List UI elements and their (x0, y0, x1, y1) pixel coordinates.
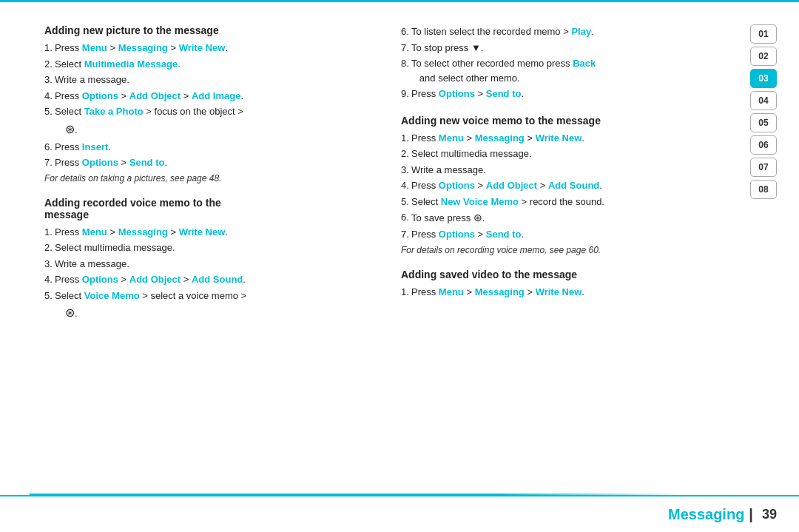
symbol-icon2: ⊛ (65, 306, 75, 319)
list-item: 3. Write a message. (401, 163, 721, 178)
section-heading-add-picture: Adding new picture to the message (44, 24, 364, 36)
note-pictures: For details on taking a pictures, see pa… (44, 173, 364, 183)
footer-section-label: Messaging (668, 506, 744, 523)
list-item: ⊛. (44, 304, 364, 322)
sidebar-item-02[interactable]: 02 (750, 47, 777, 66)
content-area: Adding new picture to the message 1. Pre… (0, 2, 799, 532)
send-to-link2[interactable]: Send to (486, 88, 522, 99)
list-item: 6. To listen select the recorded memo > … (401, 24, 721, 39)
list-item: 4. Press Options > Add Object > Add Soun… (44, 272, 364, 287)
sidebar: 01 02 03 04 05 06 07 08 (750, 24, 784, 517)
left-column: Adding new picture to the message 1. Pre… (44, 24, 371, 517)
footer-page-number: 39 (762, 507, 777, 522)
footer-content: Messaging | 39 (668, 506, 777, 523)
list-item: 9. Press Options > Send to. (401, 87, 721, 101)
list-item: 1. Press Menu > Messaging > Write New. (44, 41, 364, 55)
list-item: 4. Press Options > Add Object > Add Soun… (401, 178, 721, 193)
list-item: ⊛. (44, 121, 364, 138)
writenew-link3[interactable]: Write New (179, 226, 226, 238)
writenew-link[interactable]: Write New (179, 42, 226, 53)
options-link2[interactable]: Options (82, 157, 118, 168)
list-item: 1. Press Menu > Messaging > Write New. (401, 131, 721, 146)
steps-saved-video: 1. Press Menu > Messaging > Write New. (401, 285, 721, 300)
options-link7[interactable]: Options (439, 229, 475, 240)
messaging-link[interactable]: Messaging (118, 42, 168, 53)
multimedia-message-link[interactable]: Multimedia Message (84, 58, 178, 70)
page: Adding new picture to the message 1. Pre… (0, 0, 799, 532)
steps-right-top: 6. To listen select the recorded memo > … (401, 24, 721, 101)
sidebar-item-08[interactable]: 08 (750, 180, 777, 199)
options-link[interactable]: Options (82, 90, 118, 101)
menu-link5[interactable]: Menu (439, 132, 464, 144)
options-link6[interactable]: Options (439, 180, 475, 191)
steps-new-voice: 1. Press Menu > Messaging > Write New. 2… (401, 131, 721, 242)
save-symbol-icon: ⊛ (473, 212, 482, 223)
list-item: 7. To stop press ▼. (401, 41, 721, 55)
section-recorded-voice: Adding recorded voice memo to themessage… (44, 197, 364, 323)
note-voice: For details on recording voice memo, see… (401, 245, 721, 255)
steps-add-picture: 1. Press Menu > Messaging > Write New. 2… (44, 41, 364, 170)
play-link[interactable]: Play (571, 26, 591, 37)
voice-memo-link[interactable]: Voice Memo (84, 290, 140, 301)
list-item: 1. Press Menu > Messaging > Write New. (401, 285, 721, 300)
sidebar-item-03[interactable]: 03 (750, 69, 777, 88)
section-heading-new-voice: Adding new voice memo to the message (401, 115, 721, 127)
list-item: 7. Press Options > Send to. (401, 227, 721, 242)
insert-link[interactable]: Insert (82, 141, 108, 152)
add-object-link2[interactable]: Add Object (129, 274, 181, 285)
menu-link7[interactable]: Menu (439, 286, 464, 297)
symbol-icon: ⊛ (65, 123, 75, 135)
sidebar-item-05[interactable]: 05 (750, 113, 777, 132)
list-item: 3. Write a message. (44, 257, 364, 272)
steps-recorded-voice: 1. Press Menu > Messaging > Write New. 2… (44, 225, 364, 323)
section-saved-video: Adding saved video to the message 1. Pre… (401, 269, 721, 300)
options-link4[interactable]: Options (82, 274, 118, 285)
sidebar-item-01[interactable]: 01 (750, 24, 777, 44)
new-voice-memo-link[interactable]: New Voice Memo (441, 196, 519, 207)
list-item: 5. Select New Voice Memo > record the so… (401, 195, 721, 209)
send-to-link3[interactable]: Send to (486, 229, 522, 240)
footer: Messaging | 39 (0, 495, 799, 532)
list-item: 8. To select other recorded memo press B… (401, 56, 721, 85)
list-item: 6. Press Insert. (44, 140, 364, 155)
menu-link3[interactable]: Menu (82, 226, 107, 238)
section-right-top: 6. To listen select the recorded memo > … (401, 24, 721, 101)
main-content: Adding new picture to the message 1. Pre… (44, 24, 784, 517)
section-heading-recorded: Adding recorded voice memo to themessage (44, 197, 364, 220)
list-item: 3. Write a message. (44, 73, 364, 87)
section-heading-saved-video: Adding saved video to the message (401, 269, 721, 280)
add-sound-link[interactable]: Add Sound (192, 274, 243, 285)
sidebar-item-07[interactable]: 07 (750, 158, 777, 177)
list-item: 7. Press Options > Send to. (44, 155, 364, 170)
list-item: 5. Select Voice Memo > select a voice me… (44, 289, 364, 303)
list-item: 2. Select multimedia message. (401, 147, 721, 161)
list-item: 2. Select multimedia message. (44, 240, 364, 255)
take-photo-link[interactable]: Take a Photo (84, 106, 144, 117)
section-new-voice: Adding new voice memo to the message 1. … (401, 115, 721, 255)
list-item: 6. To save press ⊛. (401, 210, 721, 226)
menu-link[interactable]: Menu (82, 42, 107, 53)
messaging-link5[interactable]: Messaging (475, 132, 525, 144)
add-sound-link2[interactable]: Add Sound (548, 180, 599, 191)
writenew-link7[interactable]: Write New (536, 286, 582, 297)
back-link[interactable]: Back (573, 58, 596, 69)
sidebar-item-06[interactable]: 06 (750, 135, 777, 155)
list-item: 1. Press Menu > Messaging > Write New. (44, 225, 364, 240)
list-item: 4. Press Options > Add Object > Add Imag… (44, 89, 364, 104)
add-object-link[interactable]: Add Object (129, 90, 181, 101)
messaging-link7[interactable]: Messaging (475, 286, 525, 297)
send-to-link[interactable]: Send to (129, 157, 165, 168)
list-item: 5. Select Take a Photo > focus on the ob… (44, 104, 364, 119)
messaging-link3[interactable]: Messaging (118, 226, 168, 238)
section-add-picture: Adding new picture to the message 1. Pre… (44, 24, 364, 183)
writenew-link5[interactable]: Write New (536, 132, 582, 144)
list-item: 2. Select Multimedia Message. (44, 57, 364, 72)
footer-separator: | (749, 506, 753, 523)
add-image-link[interactable]: Add Image (192, 90, 240, 101)
options-link5[interactable]: Options (439, 88, 475, 99)
sidebar-item-04[interactable]: 04 (750, 91, 777, 110)
add-object-link3[interactable]: Add Object (486, 180, 537, 191)
right-column: 6. To listen select the recorded memo > … (394, 24, 721, 517)
